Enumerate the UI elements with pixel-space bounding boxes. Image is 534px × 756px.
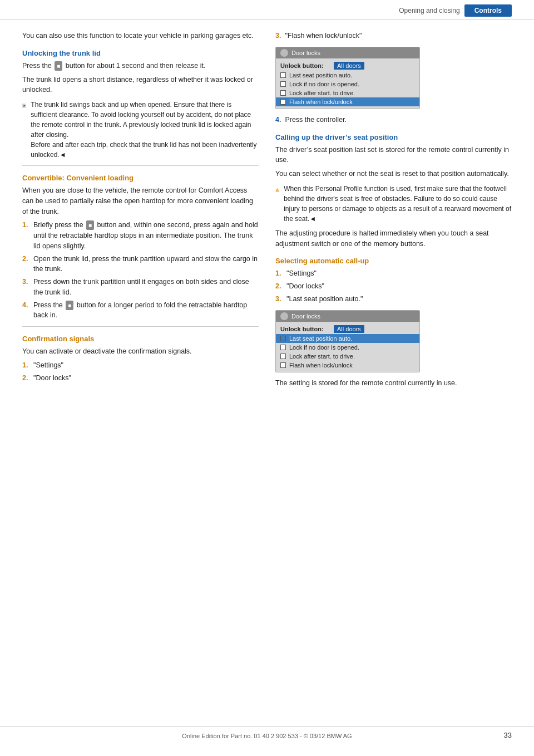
header-icon-2 xyxy=(280,312,288,320)
list-item: 3. "Last seat position auto." xyxy=(275,294,512,305)
left-column: You can also use this function to locate… xyxy=(22,31,259,391)
row-label-1: Last seat position auto. xyxy=(289,72,352,78)
right-column: 3. "Flash when lock/unlock" Door locks U… xyxy=(275,31,512,391)
list-item: 1. "Settings" xyxy=(275,268,512,279)
ui-body-2: Unlock button: All doors Last seat posit… xyxy=(276,322,419,372)
section-label: Opening and closing xyxy=(399,7,459,14)
ui-screenshot-2: Door locks Unlock button: All doors Last… xyxy=(275,310,420,372)
section3-steps: 1. "Settings" 2. "Door locks" xyxy=(22,360,259,384)
list-item: 2. Open the trunk lid, press the trunk p… xyxy=(22,254,259,275)
row2-label-3: Lock after start. to drive. xyxy=(289,353,355,360)
section2-intro: When you are close to the vehicle, the r… xyxy=(22,185,259,217)
list-item: 2. "Door locks" xyxy=(275,281,512,292)
step4-text: Press the controller. xyxy=(285,116,346,124)
list-item: 1. "Settings" xyxy=(22,360,259,371)
section2-steps: 1. Briefly press the ■ button and, withi… xyxy=(22,220,259,321)
list-item: 3. Press down the trunk partition until … xyxy=(22,277,259,298)
checkbox-1 xyxy=(280,72,286,78)
step-num: 2. xyxy=(22,254,28,264)
step-num: 4. xyxy=(22,300,28,311)
checkbox-3 xyxy=(280,90,286,96)
right-step3: 3. "Flash when lock/unlock" xyxy=(275,31,512,41)
warning-box: ! When this Personal Profile function is… xyxy=(275,184,512,224)
button-icon-3: ■ xyxy=(66,301,73,310)
section1-para2: The trunk lid opens a short distance, re… xyxy=(22,75,259,96)
section-calling-heading: Calling up the driver’s seat position xyxy=(275,133,512,141)
list-item: 1. Briefly press the ■ button and, withi… xyxy=(22,220,259,251)
row-label-4: Flash when lock/unlock xyxy=(289,99,353,105)
right-step4: 4. Press the controller. xyxy=(275,115,512,125)
controls-tab: Controls xyxy=(464,4,512,17)
unlock-label: Unlock button: xyxy=(280,62,330,69)
ui-header-1: Door locks xyxy=(276,47,419,58)
checkbox2-3 xyxy=(280,354,286,359)
checkbox2-2 xyxy=(280,345,286,350)
section1-para1: Press the ■ button for about 1 second an… xyxy=(22,61,259,71)
footer: Online Edition for Part no. 01 40 2 902 … xyxy=(0,726,534,739)
calling-para3: The adjusting procedure is halted immedi… xyxy=(275,228,512,249)
row2-label-4: Flash when lock/unlock xyxy=(289,362,353,369)
intro-text: You can also use this function to locate… xyxy=(22,31,259,41)
section-selecting-heading: Selecting automatic call-up xyxy=(275,257,512,265)
warning-text: When this Personal Profile function is u… xyxy=(284,184,512,224)
checkbox2-4 xyxy=(280,362,286,368)
row2-label-1: Last seat position auto. xyxy=(289,335,352,342)
checkbox-4 xyxy=(280,99,286,105)
divider1 xyxy=(22,165,259,166)
unlock-value-2: All doors xyxy=(334,325,364,333)
row-label-2: Lock if no door is opened. xyxy=(289,81,359,87)
step3-text: "Flash when lock/unlock" xyxy=(285,32,362,40)
section3-heading: Confirmation signals xyxy=(22,335,259,343)
section3-intro: You can activate or deactivate the confi… xyxy=(22,346,259,357)
ui-header-2: Door locks xyxy=(276,311,419,322)
step-num: 2. xyxy=(275,281,281,292)
ui-row-unlock: Unlock button: All doors xyxy=(280,61,415,71)
content-area: You can also use this function to locate… xyxy=(0,19,534,425)
list-item: 4. Press the ■ button for a longer perio… xyxy=(22,300,259,321)
ui2-row-4: Flash when lock/unlock xyxy=(280,361,415,370)
step4-num: 4. xyxy=(275,116,281,124)
ui-row-1: Last seat position auto. xyxy=(280,71,415,80)
header-icon-1 xyxy=(280,49,288,57)
checkbox2-1 xyxy=(280,336,286,341)
svg-text:!: ! xyxy=(277,189,278,192)
section1-heading: Unlocking the trunk lid xyxy=(22,49,259,57)
footer-text: Online Edition for Part no. 01 40 2 902 … xyxy=(182,733,352,739)
button-icon-2: ■ xyxy=(86,220,94,230)
header-bar: Opening and closing Controls xyxy=(0,0,534,19)
step-num: 3. xyxy=(275,294,281,305)
calling-para2: You can select whether or not the seat i… xyxy=(275,169,512,179)
row-label-3: Lock after start. to drive. xyxy=(289,90,355,96)
closing-text: The setting is stored for the remote con… xyxy=(275,378,512,389)
unlock-value: All doors xyxy=(334,62,364,70)
step-num: 3. xyxy=(22,277,28,287)
ui-header-label-2: Door locks xyxy=(291,313,320,320)
note-box-trunk: The trunk lid swings back and up when op… xyxy=(22,100,259,160)
ui-row-4-highlight: Flash when lock/unlock xyxy=(276,97,419,106)
ui2-row-3: Lock after start. to drive. xyxy=(280,352,415,361)
step3-num: 3. xyxy=(275,32,281,40)
selecting-steps: 1. "Settings" 2. "Door locks" 3. "Last s… xyxy=(275,268,512,304)
step-num: 1. xyxy=(275,268,281,279)
ui-body-1: Unlock button: All doors Last seat posit… xyxy=(276,58,419,109)
ui-row-3: Lock after start. to drive. xyxy=(280,89,415,97)
warning-icon: ! xyxy=(275,184,279,196)
checkbox-2 xyxy=(280,81,286,87)
play-icon xyxy=(22,100,26,112)
page-number: 33 xyxy=(504,731,512,739)
page-container: Opening and closing Controls You can als… xyxy=(0,0,534,756)
step-num: 1. xyxy=(22,220,28,230)
step-num: 1. xyxy=(22,360,28,371)
calling-para1: The driver’s seat position last set is s… xyxy=(275,145,512,166)
row2-label-2: Lock if no door is opened. xyxy=(289,344,359,351)
section2-heading: Convertible: Convenient loading xyxy=(22,174,259,182)
ui2-row-1-highlight: Last seat position auto. xyxy=(276,334,419,343)
step-num: 2. xyxy=(22,373,28,384)
divider2 xyxy=(22,326,259,327)
ui2-row-2: Lock if no door is opened. xyxy=(280,343,415,352)
ui-row-2: Lock if no door is opened. xyxy=(280,80,415,89)
unlock-label-2: Unlock button: xyxy=(280,326,330,332)
note-trunk-text: The trunk lid swings back and up when op… xyxy=(31,100,259,160)
ui-screenshot-1: Door locks Unlock button: All doors Last… xyxy=(275,47,420,109)
list-item: 2. "Door locks" xyxy=(22,373,259,384)
